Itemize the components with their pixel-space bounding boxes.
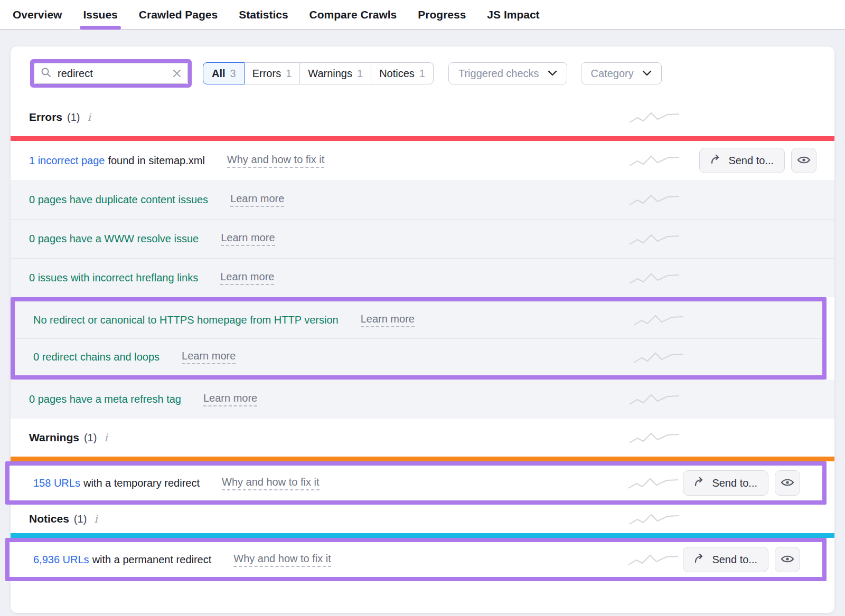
send-to-button[interactable]: Send to... (683, 547, 768, 572)
send-to-button[interactable]: Send to... (683, 470, 768, 496)
section-title: Errors (29, 111, 62, 124)
issue-count-link[interactable]: 1 incorrect page (29, 155, 105, 166)
card-bottom-padding (11, 581, 834, 613)
trend-sparkline (633, 312, 686, 327)
passed-text: No redirect or canonical to HTTPS homepa… (33, 314, 339, 326)
passed-row-meta-refresh: 0 pages have a meta refresh tag Learn mo… (11, 380, 834, 419)
issue-row-incorrect-sitemap: 1 incorrect pagefound in sitemap.xml Why… (11, 141, 834, 180)
issue-text: 6,936 URLswith a permanent redirect (33, 554, 211, 566)
eye-icon (797, 155, 811, 167)
trend-sparkline (628, 232, 681, 247)
errors-severity-bar (11, 136, 834, 141)
chevron-down-icon (548, 69, 557, 78)
row-actions: Send to... (699, 148, 816, 173)
eye-button[interactable] (791, 148, 816, 173)
filter-all[interactable]: All 3 (203, 62, 245, 84)
filter-errors[interactable]: Errors 1 (245, 62, 301, 84)
info-icon[interactable]: i (87, 111, 90, 124)
issue-count-link[interactable]: 6,936 URLs (33, 554, 89, 565)
eye-icon (781, 477, 794, 489)
triggered-checks-dropdown[interactable]: Triggered checks (448, 62, 567, 84)
passed-text: 0 pages have duplicate content issues (29, 194, 208, 206)
trend-sparkline (628, 430, 681, 445)
tab-progress[interactable]: Progress (418, 8, 466, 21)
learn-more-link[interactable]: Learn more (220, 271, 274, 285)
eye-button[interactable] (775, 470, 800, 496)
search-highlight-annotation: redirect (30, 59, 192, 88)
notices-severity-bar (11, 533, 834, 538)
section-count: (1) (74, 513, 87, 525)
errors-row-list: 1 incorrect pagefound in sitemap.xml Why… (11, 141, 834, 419)
category-dropdown[interactable]: Category (581, 62, 662, 84)
info-icon[interactable]: i (94, 513, 97, 525)
forward-arrow-icon (694, 477, 706, 490)
warnings-section-header: Warnings (1) i (11, 419, 834, 457)
clear-search-icon[interactable] (173, 69, 181, 78)
filter-notices[interactable]: Notices 1 (371, 62, 434, 84)
eye-button[interactable] (775, 547, 800, 572)
passed-row-www-resolve: 0 pages have a WWW resolve issue Learn m… (11, 219, 834, 258)
why-how-to-fix-link[interactable]: Why and how to fix it (222, 476, 320, 490)
learn-more-link[interactable]: Learn more (221, 232, 275, 246)
trend-sparkline (628, 271, 681, 286)
row-actions: Send to... (683, 470, 800, 496)
trend-sparkline (628, 511, 681, 526)
tab-statistics[interactable]: Statistics (239, 8, 288, 21)
passed-row-https-redirect: No redirect or canonical to HTTPS homepa… (15, 301, 822, 338)
issue-row-permanent-redirect: 6,936 URLswith a permanent redirect Why … (10, 542, 822, 577)
section-title: Warnings (29, 431, 79, 444)
forward-arrow-icon (710, 154, 722, 167)
warnings-severity-bar (11, 457, 834, 461)
learn-more-link[interactable]: Learn more (182, 350, 236, 364)
section-title: Notices (29, 513, 69, 525)
issue-row-temporary-redirect: 158 URLswith a temporary redirect Why an… (10, 466, 822, 500)
info-icon[interactable]: i (104, 431, 107, 444)
redirect-checks-highlight-annotation: No redirect or canonical to HTTPS homepa… (11, 297, 827, 380)
search-input[interactable]: redirect (34, 63, 188, 84)
trend-sparkline (628, 153, 681, 168)
tab-overview[interactable]: Overview (13, 8, 62, 21)
trend-sparkline (627, 476, 680, 490)
passed-checks-block: 0 pages have duplicate content issues Le… (11, 180, 834, 297)
passed-text: 0 pages have a meta refresh tag (29, 393, 181, 405)
learn-more-link[interactable]: Learn more (361, 313, 415, 327)
issue-count-link[interactable]: 158 URLs (33, 477, 80, 489)
errors-section-header: Errors (1) i (11, 98, 834, 136)
issue-text: 158 URLswith a temporary redirect (33, 477, 200, 489)
severity-filter: All 3 Errors 1 Warnings 1 Notices 1 (203, 62, 434, 84)
section-count: (1) (84, 432, 97, 444)
chevron-down-icon (642, 69, 652, 78)
passed-row-duplicate-content: 0 pages have duplicate content issues Le… (11, 180, 834, 219)
passed-text: 0 pages have a WWW resolve issue (29, 233, 199, 245)
send-to-button[interactable]: Send to... (699, 148, 785, 173)
issues-panel: redirect All 3 Errors 1 Warnings 1 Notic… (11, 46, 834, 613)
learn-more-link[interactable]: Learn more (203, 392, 257, 406)
filter-warnings[interactable]: Warnings 1 (300, 62, 371, 84)
trend-sparkline (628, 110, 681, 125)
tab-issues[interactable]: Issues (83, 8, 117, 21)
passed-text: 0 issues with incorrect hreflang links (29, 272, 198, 284)
trend-sparkline (628, 192, 681, 207)
search-value: redirect (58, 68, 93, 80)
passed-text: 0 redirect chains and loops (33, 351, 159, 363)
notices-section-header: Notices (1) i (11, 505, 834, 533)
trend-sparkline (633, 350, 686, 365)
tab-js-impact[interactable]: JS Impact (487, 8, 539, 21)
tab-crawled-pages[interactable]: Crawled Pages (139, 8, 218, 21)
issues-toolbar: redirect All 3 Errors 1 Warnings 1 Notic… (11, 46, 834, 98)
issue-text: 1 incorrect pagefound in sitemap.xml (29, 155, 205, 167)
section-count: (1) (67, 111, 80, 124)
temporary-redirect-highlight-annotation: 158 URLswith a temporary redirect Why an… (5, 461, 827, 505)
permanent-redirect-highlight-annotation: 6,936 URLswith a permanent redirect Why … (5, 538, 827, 581)
trend-sparkline (627, 552, 680, 567)
tab-compare-crawls[interactable]: Compare Crawls (309, 8, 397, 21)
trend-sparkline (628, 392, 681, 406)
passed-row-redirect-chains: 0 redirect chains and loops Learn more (15, 338, 822, 375)
why-how-to-fix-link[interactable]: Why and how to fix it (227, 154, 325, 168)
why-how-to-fix-link[interactable]: Why and how to fix it (233, 553, 331, 567)
learn-more-link[interactable]: Learn more (230, 193, 284, 207)
eye-icon (781, 554, 794, 566)
row-actions: Send to... (683, 547, 800, 572)
top-navbar: Overview Issues Crawled Pages Statistics… (0, 0, 845, 30)
forward-arrow-icon (694, 553, 706, 566)
